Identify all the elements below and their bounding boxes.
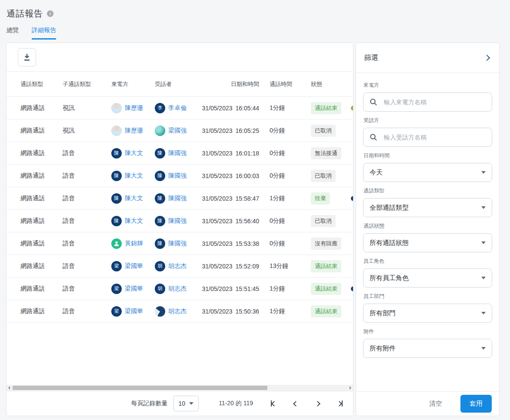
caller-cell: 梁 梁國華: [111, 261, 155, 271]
status-badge: 通話結束: [311, 102, 341, 114]
column-header: 子通話類型: [63, 80, 111, 88]
download-button[interactable]: [18, 48, 36, 66]
callee-cell: 胡志杰: [155, 306, 198, 317]
next-page-button[interactable]: [316, 402, 320, 406]
call-report-page: 通話報告 i 總覽詳細報告 通話類型子通話類型來電方受話者日期和時間通話時間狀態…: [0, 0, 510, 420]
chevron-down-icon: [481, 347, 486, 350]
cell-status: 無法接通: [305, 147, 353, 159]
info-icon[interactable]: i: [47, 10, 53, 17]
collapse-panel-chevron-icon[interactable]: [484, 55, 490, 61]
caller-name-link[interactable]: 陳大文: [125, 217, 143, 225]
clipped-icon: [351, 106, 353, 110]
callee-name-link[interactable]: 胡志杰: [168, 308, 187, 315]
caller-name-link[interactable]: 陳大文: [125, 149, 143, 157]
clipped-icon: [351, 196, 353, 201]
cell-datetime: 31/05/2023 15:58:47: [198, 195, 259, 202]
filter-select[interactable]: 所有部門: [363, 304, 492, 323]
cell-status: 已取消: [305, 125, 353, 137]
prev-page-icon: [293, 401, 299, 407]
callee-name-link[interactable]: 陳國強: [168, 240, 187, 248]
caller-name-link[interactable]: 陳大文: [125, 172, 143, 180]
cell-time: 15:51:45: [236, 285, 260, 292]
caller-avatar: [111, 238, 122, 249]
cell-datetime: 31/05/2023 16:05:25: [198, 127, 259, 134]
caller-name-link[interactable]: 梁國華: [125, 308, 143, 315]
cell-status: 沒有回應: [305, 238, 353, 250]
tab-1[interactable]: 詳細報告: [32, 26, 56, 40]
callee-avatar: [155, 126, 165, 136]
callee-name-link[interactable]: 陳國強: [168, 149, 187, 157]
callee-avatar: [155, 306, 165, 317]
callee-name-link[interactable]: 胡志杰: [168, 285, 187, 293]
apply-button[interactable]: 套用: [460, 395, 492, 413]
filter-select[interactable]: 所有員工角色: [363, 268, 492, 288]
filter-select[interactable]: 所有附件: [363, 339, 492, 358]
chevron-down-icon: [481, 241, 486, 244]
search-field: [363, 93, 492, 112]
callee-name-link[interactable]: 胡志杰: [168, 262, 187, 270]
cell-datetime: 31/05/2023 15:56:40: [198, 218, 259, 225]
horizontal-scrollbar[interactable]: [7, 385, 353, 391]
caller-cell: 黃錦輝: [111, 238, 155, 249]
scroll-right-arrow[interactable]: [350, 386, 351, 390]
cell-sub-call-type: 視訊: [63, 127, 111, 135]
search-input[interactable]: [383, 98, 486, 106]
chevron-down-icon: [481, 277, 486, 279]
callee-name-link[interactable]: 梁國強: [168, 127, 187, 135]
cell-date: 31/05/2023: [202, 218, 232, 225]
caller-name-link[interactable]: 陳大文: [125, 195, 143, 202]
last-page-button[interactable]: [337, 400, 343, 407]
callee-name-link[interactable]: 陳國強: [168, 172, 187, 180]
cell-status: 通話結束: [305, 102, 353, 114]
table-body: 網路通話 視訊 陳歷珊 李 李卓倫 31/05/2023 16:05:44 1分…: [7, 97, 353, 323]
caller-cell: 陳歷珊: [111, 126, 155, 136]
cell-call-type: 網路通話: [20, 308, 63, 315]
filter-select[interactable]: 今天: [363, 163, 492, 182]
table-header-row: 通話類型子通話類型來電方受話者日期和時間通話時間狀態: [7, 72, 353, 97]
per-page-value: 10: [179, 400, 186, 407]
clear-button[interactable]: 清空: [427, 399, 445, 408]
search-input[interactable]: [383, 133, 486, 141]
cell-date: 31/05/2023: [202, 285, 232, 292]
caller-cell: 陳 陳大文: [111, 171, 155, 181]
cell-date: 31/05/2023: [202, 308, 232, 315]
table-row: 網路通話 語音 陳 陳大文 陳 陳國強 31/05/2023 15:58:47 …: [7, 187, 353, 210]
cell-date: 31/05/2023: [202, 127, 232, 134]
caller-name-link[interactable]: 梁國華: [125, 262, 143, 270]
cell-duration: 0分鐘: [259, 240, 305, 248]
status-badge: 通話結束: [311, 283, 341, 295]
caller-avatar: [111, 126, 122, 136]
table-row: 網路通話 語音 陳 陳大文 陳 陳國強 31/05/2023 16:00:03 …: [7, 165, 353, 187]
first-page-icon: [271, 401, 277, 407]
status-badge: 無法接通: [311, 147, 341, 159]
cell-duration: 1分鐘: [259, 308, 305, 315]
filter-select-value: 所有部門: [370, 309, 396, 317]
scroll-left-arrow[interactable]: [8, 386, 10, 390]
cell-call-type: 網路通話: [20, 172, 63, 180]
scrollbar-thumb[interactable]: [13, 386, 267, 390]
first-page-button[interactable]: [271, 400, 276, 407]
callee-name-link[interactable]: 陳國強: [168, 195, 187, 202]
filter-select[interactable]: 全部通話類型: [363, 198, 492, 217]
cell-date: 31/05/2023: [202, 240, 232, 247]
callee-cell: 陳 陳國強: [155, 238, 198, 249]
caller-name-link[interactable]: 梁國華: [125, 285, 143, 293]
callee-cell: 李 李卓倫: [155, 103, 198, 113]
cell-date: 31/05/2023: [202, 172, 232, 179]
callee-name-link[interactable]: 李卓倫: [168, 104, 187, 112]
chevron-down-icon: [481, 171, 486, 174]
prev-page-button[interactable]: [294, 402, 298, 406]
caller-name-link[interactable]: 黃錦輝: [125, 240, 143, 248]
cell-datetime: 31/05/2023 15:50:36: [198, 308, 259, 315]
caller-name-link[interactable]: 陳歷珊: [125, 104, 143, 112]
per-page-select[interactable]: 10: [173, 396, 199, 411]
tab-0[interactable]: 總覽: [7, 26, 19, 40]
caller-name-link[interactable]: 陳歷珊: [125, 127, 143, 135]
cell-call-type: 網路通話: [20, 262, 63, 270]
cell-time: 16:01:18: [236, 150, 260, 157]
report-table-card: 通話類型子通話類型來電方受話者日期和時間通話時間狀態 網路通話 視訊 陳歷珊 李…: [6, 43, 353, 416]
filter-select[interactable]: 所有通話狀態: [363, 233, 492, 252]
filter-footer: 清空 套用: [356, 391, 499, 416]
callee-name-link[interactable]: 陳國強: [168, 217, 187, 225]
caller-avatar: 梁: [111, 284, 122, 294]
